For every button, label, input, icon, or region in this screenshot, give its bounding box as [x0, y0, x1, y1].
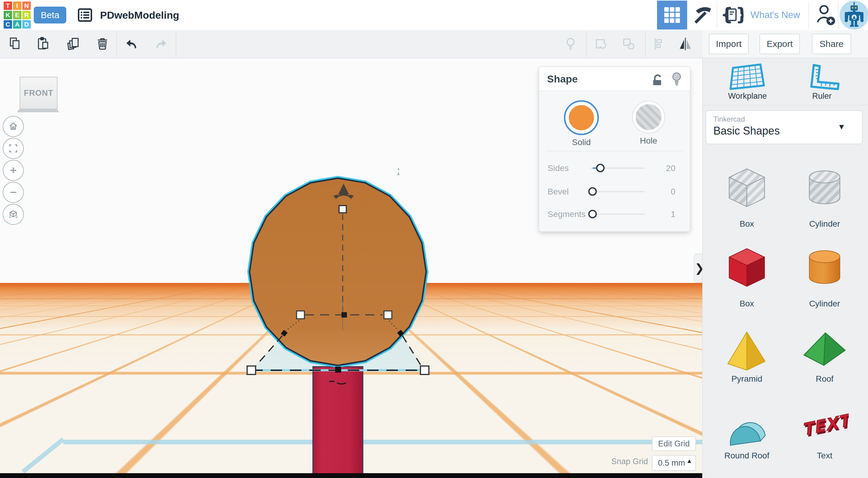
trash-icon — [95, 37, 110, 51]
avatar[interactable] — [840, 1, 868, 30]
undo-button[interactable] — [123, 33, 141, 55]
redo-button-disabled[interactable] — [151, 33, 169, 55]
sides-slider-knob[interactable] — [596, 164, 604, 172]
red-box-icon — [723, 244, 771, 292]
shapes-sidebar: Workplane Ruler Tinkercad Basic Shapes ▼ — [703, 58, 868, 478]
tinkercad-logo[interactable]: T I N K E R C A D — [4, 1, 31, 29]
whats-new-link[interactable]: What's New — [750, 0, 800, 30]
shape-tile-text[interactable]: TEXT TEXT Text — [798, 406, 851, 460]
home-view-button[interactable] — [3, 116, 24, 137]
shape-tile-pyramid[interactable]: Pyramid — [720, 328, 773, 384]
pyramid-icon — [723, 328, 771, 373]
viewcube-label: FRONT — [24, 89, 53, 98]
shape-tile-roof[interactable]: Roof — [798, 328, 851, 384]
striped-box-icon — [723, 164, 771, 212]
delete-button[interactable] — [93, 33, 112, 55]
code-braces-icon: { } — [721, 5, 744, 25]
list-icon — [78, 8, 92, 22]
paste-icon — [36, 37, 51, 51]
shape-tile-cylinder[interactable]: Cylinder — [798, 244, 851, 309]
pickaxe-icon — [691, 4, 712, 26]
snap-grid-value: 0.5 mm — [658, 458, 685, 468]
material-solid-option[interactable]: Solid — [564, 100, 599, 147]
paste-button[interactable] — [34, 33, 53, 55]
minus-icon — [8, 187, 19, 198]
home-icon — [8, 121, 19, 132]
library-brand: Tinkercad — [713, 115, 745, 124]
orange-cylinder-icon — [801, 244, 849, 292]
export-button[interactable]: Export — [760, 34, 800, 54]
hole-swatch — [632, 101, 665, 134]
viewcube-front[interactable]: FRONT — [20, 77, 58, 109]
tab-3d-design-active[interactable] — [657, 1, 687, 30]
beta-badge[interactable]: Beta — [34, 7, 66, 24]
shape-tile-box-hole[interactable]: Box — [720, 164, 773, 229]
sides-label: Sides — [548, 164, 569, 173]
ruler-tool[interactable] — [802, 63, 840, 91]
workplane-label: Workplane — [722, 92, 773, 101]
group-button-disabled[interactable] — [592, 33, 610, 55]
shape-tile-cylinder-hole[interactable]: Cylinder — [798, 164, 851, 229]
fit-view-icon — [8, 143, 19, 154]
shape-tile-round-roof[interactable]: Round Roof — [720, 406, 773, 460]
shape-library-dropdown[interactable]: Tinkercad Basic Shapes ▼ — [706, 110, 863, 144]
segments-slider-knob[interactable] — [588, 210, 597, 218]
sides-value: 20 — [657, 164, 675, 173]
design-title[interactable]: PDwebModeling — [100, 0, 179, 30]
bevel-value: 0 — [657, 187, 675, 197]
text-3d-icon: TEXT TEXT — [801, 406, 849, 451]
caret-down-icon: ▼ — [838, 122, 845, 132]
invite-user-button[interactable] — [814, 0, 838, 30]
ruler-icon — [802, 63, 840, 91]
panel-title: Shape — [547, 67, 578, 91]
shape-inspector-panel: Shape Solid Hole Sides 20 Bevel 0 Segmen… — [539, 67, 690, 232]
svg-text:{: { — [721, 5, 733, 25]
bevel-slider-track[interactable] — [590, 191, 645, 192]
grid-blocks-icon — [664, 7, 680, 23]
workplane-icon — [726, 62, 769, 91]
tab-minecraft[interactable] — [689, 0, 714, 30]
segments-value: 1 — [657, 209, 675, 219]
perspective-cube-icon — [8, 209, 19, 220]
share-button[interactable]: Share — [812, 34, 851, 54]
lightbulb-icon[interactable] — [671, 72, 682, 87]
bevel-slider-knob[interactable] — [588, 187, 597, 196]
material-hole-option[interactable]: Hole — [632, 101, 665, 146]
design-menu-button[interactable] — [76, 0, 94, 30]
solid-label: Solid — [564, 138, 599, 147]
undo-icon — [125, 37, 140, 51]
show-all-button-disabled[interactable] — [561, 33, 580, 55]
snap-grid-select[interactable]: 0.5 mm ▲ — [652, 455, 696, 471]
edit-grid-button[interactable]: Edit Grid — [652, 437, 696, 451]
workplane-tool[interactable] — [726, 62, 769, 91]
mirror-button[interactable] — [676, 33, 694, 55]
zoom-out-button[interactable] — [3, 182, 24, 203]
solid-swatch — [564, 100, 599, 135]
copy-icon — [8, 37, 23, 51]
shape-tile-box[interactable]: Box — [720, 244, 773, 309]
caret-up-icon: ▲ — [686, 457, 692, 465]
duplicate-button[interactable] — [65, 33, 83, 55]
ungroup-button-disabled[interactable] — [620, 33, 638, 55]
import-button[interactable]: Import — [709, 34, 749, 54]
workplane-ground[interactable] — [0, 283, 702, 478]
viewcube-shadow — [17, 109, 59, 112]
zoom-in-button[interactable] — [3, 160, 24, 181]
align-button-disabled[interactable] — [650, 33, 668, 55]
ruler-label: Ruler — [796, 92, 847, 101]
fit-view-button[interactable] — [3, 138, 24, 159]
tab-codeblocks[interactable]: { } — [720, 0, 744, 30]
group-icon — [594, 37, 608, 51]
ungroup-icon — [621, 37, 636, 51]
redo-icon — [153, 37, 167, 51]
hole-label: Hole — [632, 136, 665, 146]
striped-cylinder-icon — [801, 164, 849, 212]
copy-button[interactable] — [7, 33, 25, 55]
unlock-icon[interactable] — [652, 73, 663, 86]
bevel-label: Bevel — [548, 187, 569, 197]
align-icon — [652, 37, 666, 51]
mirror-icon — [678, 37, 692, 51]
perspective-toggle-button[interactable] — [3, 204, 24, 225]
segments-slider-track[interactable] — [590, 213, 645, 215]
segments-label: Segments — [548, 209, 586, 219]
